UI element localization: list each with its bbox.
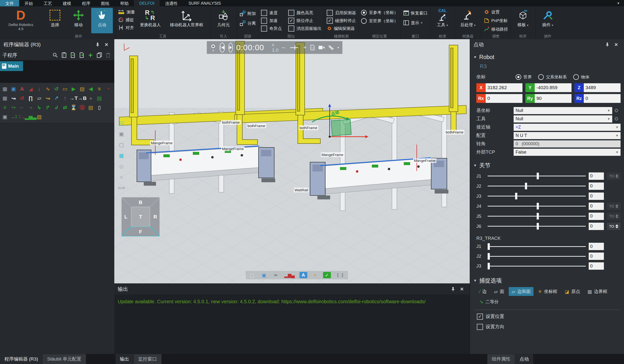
- tool-frame-gear-icon[interactable]: [612, 116, 621, 122]
- postprocess-button[interactable]: 后处理 ▾: [457, 8, 479, 33]
- restore-window-button[interactable]: 恢复窗口: [403, 10, 428, 16]
- coordinate-input[interactable]: 0: [486, 94, 522, 103]
- pin-icon[interactable]: [603, 42, 612, 47]
- viewport-toolbar-icon[interactable]: ∞: [272, 272, 280, 278]
- viewport-tool-icon[interactable]: ▩: [118, 152, 125, 159]
- coordinate-input[interactable]: 3182.262: [486, 83, 522, 92]
- record-video-icon[interactable]: [318, 45, 325, 50]
- statement-icon[interactable]: ↪: [10, 104, 17, 112]
- limit-checkbox[interactable]: ✓ 颜色高亮: [288, 9, 322, 17]
- limit-checkbox[interactable]: ✓ 奇异点: [261, 24, 282, 32]
- menu-item[interactable]: DELFOI: [134, 0, 160, 6]
- measure-button[interactable]: 测量: [118, 9, 135, 15]
- animation-export-icon[interactable]: [328, 45, 334, 50]
- joint-slider[interactable]: [488, 196, 586, 196]
- coordinate-input[interactable]: 3489: [584, 83, 621, 92]
- add-subprogram-icon[interactable]: +: [87, 52, 94, 59]
- viewport-3d[interactable]: ▾ 0:00:00 x 1.0 – + ▾ ◱▣▢▩◇○ S: [114, 39, 470, 283]
- menu-item[interactable]: 连通性: [160, 0, 183, 6]
- viewport-toolbar-icon[interactable]: ⬚: [248, 272, 256, 278]
- limit-checkbox[interactable]: ✓ 消息面板输出: [288, 24, 322, 32]
- joint-value-input[interactable]: 0: [589, 172, 604, 180]
- statement-icon[interactable]: ▤: [95, 94, 103, 102]
- configuration-select[interactable]: N U T▼: [514, 132, 621, 139]
- joint-to-button[interactable]: TO: [607, 203, 621, 210]
- approach-axis-select[interactable]: +Z▼: [514, 124, 621, 131]
- statement-icon[interactable]: ⌛: [70, 104, 78, 112]
- joint-slider-thumb[interactable]: [515, 193, 517, 199]
- move-button[interactable]: 移动: [68, 8, 89, 33]
- statement-icon[interactable]: ↓: [35, 85, 43, 93]
- joints-section-header[interactable]: ▼ 关节: [473, 160, 621, 171]
- speed-increase-icon[interactable]: +: [303, 44, 307, 51]
- snap-mode-button[interactable]: ✳ 坐标框: [535, 287, 560, 296]
- joint-slider-thumb[interactable]: [537, 203, 539, 209]
- coordinate-system-radio[interactable]: 物体: [573, 74, 589, 80]
- pnp-coordinates-button[interactable]: PnP坐标: [484, 17, 508, 24]
- external-tcp-select[interactable]: False▼: [514, 149, 621, 156]
- statement-icon[interactable]: ↺: [52, 85, 60, 93]
- pin-icon[interactable]: [93, 42, 102, 47]
- statement-icon[interactable]: ◀: [87, 85, 95, 93]
- joint-slider-thumb[interactable]: [537, 213, 539, 220]
- menu-item[interactable]: SURF ANALYSIS: [183, 0, 226, 6]
- statement-icon[interactable]: ↝: [44, 94, 52, 102]
- snap-setting-checkbox[interactable]: ✓ 设置方向: [477, 322, 621, 332]
- statement-icon[interactable]: ↑: [61, 94, 69, 102]
- detach-button[interactable]: 分离: [239, 20, 256, 26]
- menu-item[interactable]: 开始: [19, 0, 38, 6]
- edit-detectors-button[interactable]: 编辑探测器: [327, 24, 356, 32]
- update-message[interactable]: Update available. Current version: 4.5.0…: [114, 295, 470, 309]
- statement-icon[interactable]: ▧: [35, 113, 43, 121]
- cube-face-back[interactable]: B: [139, 200, 142, 205]
- coordinate-system-radio[interactable]: 世界: [516, 74, 532, 80]
- statement-icon[interactable]: ∏: [27, 94, 35, 102]
- statement-icon[interactable]: ⌐: [18, 104, 26, 112]
- snap-mode-button[interactable]: ▱ 面: [491, 287, 507, 296]
- snap-button[interactable]: 捕捉: [118, 17, 135, 23]
- attach-button[interactable]: 附加: [239, 10, 256, 17]
- collision-checkbox[interactable]: ✓ 碰撞时停止: [327, 17, 356, 24]
- statement-icon[interactable]: →T: [70, 94, 78, 102]
- swap-robot-button[interactable]: R↰↳R 更换机器人: [137, 8, 164, 33]
- joint-to-button[interactable]: TO: [607, 223, 621, 230]
- pin-icon[interactable]: [449, 287, 457, 291]
- joint-value-input[interactable]: 0: [589, 252, 604, 260]
- statement-icon[interactable]: ▦: [1, 94, 9, 102]
- cube-face-top[interactable]: T: [139, 214, 142, 220]
- bottom-tab-right[interactable]: 组件属性: [487, 354, 515, 364]
- menu-item[interactable]: 建模: [57, 0, 77, 6]
- joint-slider-thumb[interactable]: [488, 253, 490, 260]
- joint-slider-thumb[interactable]: [488, 243, 490, 250]
- joint-slider-thumb[interactable]: [537, 173, 539, 179]
- statement-icon[interactable]: ◢: [27, 85, 35, 93]
- statement-icon[interactable]: ↱: [44, 104, 52, 112]
- joint-to-button[interactable]: TO: [607, 172, 621, 180]
- menu-item[interactable]: 帮助: [115, 0, 134, 6]
- robot-section-header[interactable]: ▼ Robot: [473, 51, 621, 63]
- statement-icon[interactable]: ▭: [61, 85, 69, 93]
- template-button[interactable]: 模板 ▾: [513, 8, 533, 33]
- viewport-tool-icon[interactable]: ◇: [118, 163, 125, 169]
- base-frame-gear-icon[interactable]: [612, 108, 621, 114]
- search-icon[interactable]: [52, 52, 59, 59]
- menu-item[interactable]: 程序: [77, 0, 96, 6]
- import-subprogram-icon[interactable]: [69, 52, 77, 59]
- joint-slider-thumb[interactable]: [525, 183, 527, 189]
- checklist-icon[interactable]: [60, 52, 68, 59]
- joint-slider[interactable]: [488, 226, 586, 227]
- collision-checkbox[interactable]: ✓ 启用探测器: [327, 9, 356, 17]
- limit-checkbox[interactable]: ✓ 限位停止: [288, 17, 322, 24]
- select-button[interactable]: 选择: [44, 8, 66, 33]
- statement-icon[interactable]: ¬: [27, 104, 35, 112]
- speed-slider[interactable]: [290, 47, 298, 48]
- joint-value-input[interactable]: 0: [589, 182, 604, 190]
- close-icon[interactable]: ×: [612, 41, 621, 48]
- joint-value-input[interactable]: 0: [589, 203, 604, 210]
- sub-level-label[interactable]: SUB: [118, 185, 125, 191]
- statement-icon[interactable]: ▤: [87, 104, 95, 112]
- joint-slider[interactable]: [488, 186, 586, 186]
- joint-slider[interactable]: [488, 256, 586, 257]
- plugins-button[interactable]: 插件 ▾: [538, 8, 558, 33]
- move-path-button[interactable]: 移动路径: [484, 26, 508, 32]
